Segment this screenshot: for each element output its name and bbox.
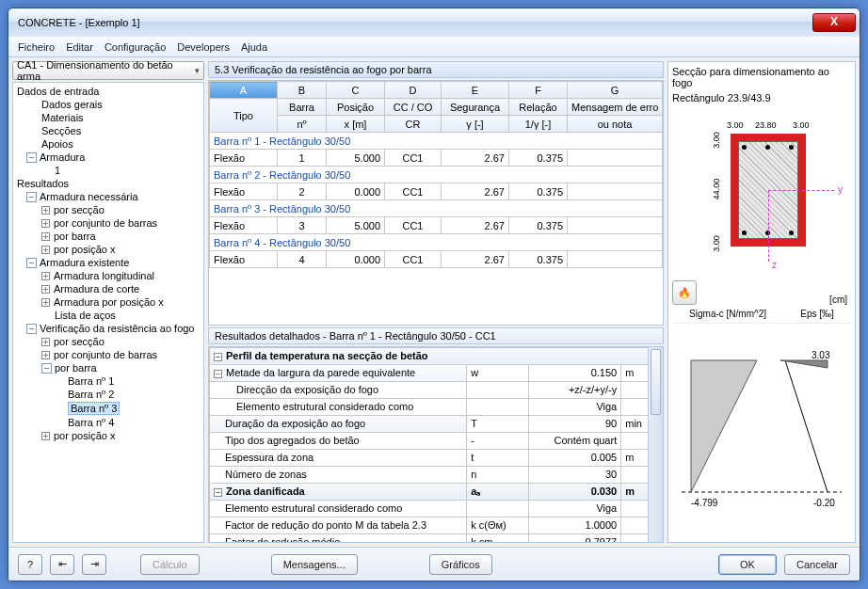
tree-armcorte[interactable]: Armadura de corte [54, 283, 139, 294]
tree-porbarra[interactable]: por barra [54, 231, 96, 242]
details-row: Direcção da exposição do fogo+z/-z/+y/-y [210, 381, 663, 398]
details-row: Duração da exposição ao fogoT90min [210, 415, 663, 432]
messages-button[interactable]: Mensagens... [271, 554, 358, 575]
svg-text:-4.799: -4.799 [691, 498, 718, 508]
hdr-msg1: Mensagem de erro [568, 99, 663, 116]
details-row: Factor de redução do ponto M da tabela 2… [210, 517, 663, 533]
tree-resultados[interactable]: Resultados [17, 178, 69, 189]
collapse-icon[interactable]: – [26, 258, 37, 268]
case-combo-value: CA1 - Dimensionamento do betão arma [17, 59, 188, 82]
tree-arm-1[interactable]: 1 [55, 165, 60, 176]
details-panel[interactable]: –Perfil da temperatura na secção de betã… [208, 346, 664, 544]
menu-developers[interactable]: Developers [177, 41, 230, 53]
menu-config[interactable]: Configuração [104, 41, 166, 53]
tree-armadura[interactable]: Armadura [40, 151, 85, 163]
next-button[interactable]: ⇥ [82, 554, 106, 575]
menu-ficheiro[interactable]: Ficheiro [18, 41, 55, 53]
collapse-icon[interactable]: – [214, 370, 222, 378]
y-axis [768, 190, 834, 191]
collapse-icon[interactable]: – [26, 192, 37, 202]
col-A[interactable]: A [210, 82, 278, 99]
tree-materiais[interactable]: Materiais [41, 112, 84, 123]
tree-porseccao[interactable]: por secção [54, 204, 104, 215]
collapse-icon[interactable]: – [26, 152, 37, 163]
nav-tree[interactable]: Dados de entrada Dados gerais Materiais … [12, 82, 204, 543]
case-combo[interactable]: CA1 - Dimensionamento do betão arma [12, 61, 204, 80]
tree-listaacos[interactable]: Lista de aços [55, 310, 116, 321]
calc-button[interactable]: Cálculo [140, 554, 200, 575]
expand-icon[interactable] [41, 232, 50, 241]
tree-fogo-seccao[interactable]: por secção [54, 336, 104, 347]
rebar-dot [789, 145, 794, 150]
expand-icon[interactable] [41, 246, 50, 254]
fire-button[interactable]: 🔥 [672, 280, 697, 305]
tree-barra2[interactable]: Barra nº 2 [68, 389, 114, 400]
hdr-barra1: Barra [278, 99, 327, 116]
col-F[interactable]: F [509, 82, 568, 99]
help-button[interactable]: ? [18, 554, 42, 575]
graphics-button[interactable]: Gráficos [429, 554, 492, 575]
dim-label: 23.80 [755, 120, 777, 130]
rebar-dot [765, 145, 770, 150]
tree-apoios[interactable]: Apoios [41, 138, 73, 150]
tree-seccoes[interactable]: Secções [41, 125, 81, 136]
rebar-dot [742, 231, 747, 235]
tree-barra3[interactable]: Barra nº 3 [68, 402, 120, 415]
section-title2: Rectângulo 23.9/43.9 [672, 92, 851, 103]
dim-label: 3.00 [727, 120, 744, 130]
results-grid[interactable]: A B C D E F G Tipo Barra Posição C [208, 80, 664, 326]
tree-armposx[interactable]: Armadura por posição x [54, 296, 164, 308]
tree-fogo-conj[interactable]: por conjunto de barras [54, 349, 157, 360]
details-group: –Zona danificadaaₐ0.030m [210, 483, 663, 500]
expand-icon[interactable] [41, 298, 50, 307]
dim-label: 3.00 [712, 235, 721, 252]
tree-dadosgerais[interactable]: Dados gerais [41, 99, 103, 110]
details-header-text: Resultados detalhados - Barra nº 1 - Rec… [215, 330, 496, 342]
expand-icon[interactable] [41, 285, 50, 294]
expand-icon[interactable] [41, 351, 50, 359]
tree-armlong[interactable]: Armadura longitudinal [54, 270, 154, 281]
tree-porconj[interactable]: por conjunto de barras [54, 217, 157, 229]
tree-barra4[interactable]: Barra nº 4 [68, 417, 114, 428]
z-axis-label: z [772, 260, 777, 270]
tree-barra1[interactable]: Barra nº 1 [68, 375, 114, 387]
scrollbar-thumb[interactable] [651, 349, 661, 415]
table-row: Flexão40.000CC12.670.375 [210, 251, 663, 268]
table-row: Flexão35.000CC12.670.375 [210, 217, 663, 234]
tree-fogo-barra[interactable]: por barra [55, 362, 97, 374]
menu-ajuda[interactable]: Ajuda [241, 41, 267, 53]
expand-icon[interactable] [41, 206, 50, 215]
collapse-icon[interactable]: – [41, 363, 52, 374]
titlebar: CONCRETE - [Exemplo 1] X [8, 8, 860, 37]
hdr-rel1: Relação [509, 99, 568, 116]
expand-icon[interactable] [41, 219, 50, 228]
col-D[interactable]: D [385, 82, 442, 99]
close-button[interactable]: X [812, 13, 856, 32]
col-B[interactable]: B [278, 82, 327, 99]
tree-verif-fogo[interactable]: Verificação da resistência ao fogo [40, 323, 195, 334]
hdr-barra2: nº [278, 116, 327, 133]
tree-dados[interactable]: Dados de entrada [17, 86, 99, 97]
col-G[interactable]: G [568, 82, 663, 99]
ok-button[interactable]: OK [718, 554, 777, 575]
tree-fogo-posx[interactable]: por posição x [54, 430, 115, 441]
hdr-cc2: CR [385, 116, 442, 133]
details-scrollbar[interactable] [648, 347, 663, 543]
cross-section-drawing: 3.00 23.80 3.00 3.00 44.00 3.00 y z [672, 107, 851, 277]
menu-editar[interactable]: Editar [66, 41, 93, 53]
collapse-icon[interactable]: – [214, 488, 222, 497]
cancel-button[interactable]: Cancelar [784, 554, 850, 575]
prev-button[interactable]: ⇤ [50, 554, 74, 575]
col-E[interactable]: E [442, 82, 509, 99]
tree-arm-nec[interactable]: Armadura necessária [40, 191, 138, 202]
collapse-icon[interactable]: – [26, 324, 37, 334]
collapse-icon[interactable]: – [214, 353, 222, 361]
hdr-msg2: ou nota [568, 116, 663, 133]
tree-porposx[interactable]: por posição x [54, 244, 115, 255]
expand-icon[interactable] [41, 272, 50, 280]
col-C[interactable]: C [327, 82, 385, 99]
tree-arm-exist[interactable]: Armadura existente [40, 257, 129, 268]
expand-icon[interactable] [41, 338, 50, 346]
rebar-dot [742, 145, 747, 150]
expand-icon[interactable] [41, 432, 50, 440]
